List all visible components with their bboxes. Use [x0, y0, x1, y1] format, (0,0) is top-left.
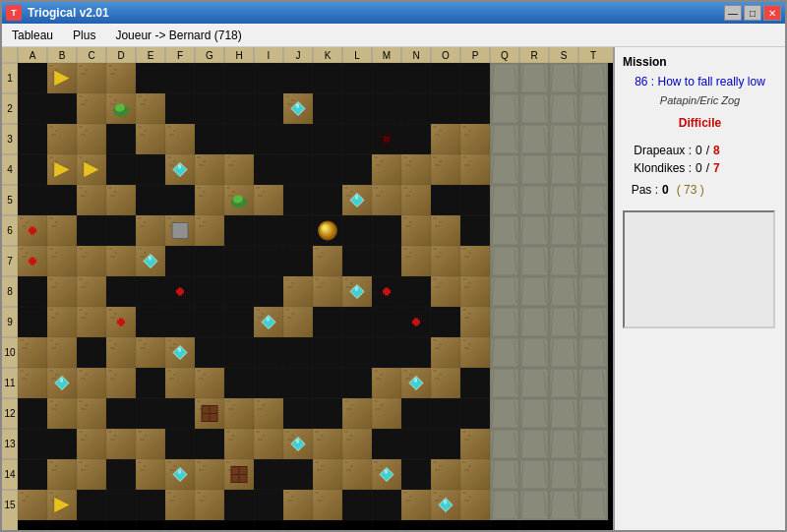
drapeaux-label: Drapeaux : — [623, 144, 692, 157]
right-panel: Mission 86 : How to fall really low Pata… — [613, 47, 785, 530]
main-window: T Triogical v2.01 — □ ✕ Tableau Plus Jou… — [0, 0, 787, 532]
content-area: Mission 86 : How to fall really low Pata… — [2, 47, 785, 530]
klondikes-row: Klondikes : 0 / 7 — [623, 161, 777, 175]
stats-area: Drapeaux : 0 / 8 Klondikes : 0 / 7 Pas :… — [623, 144, 777, 197]
pas-label: Pas : — [623, 183, 658, 197]
menu-tableau[interactable]: Tableau — [6, 27, 59, 44]
maximize-button[interactable]: □ — [744, 5, 761, 21]
drapeaux-current: 0 — [696, 144, 702, 157]
menu-bar: Tableau Plus Joueur -> Bernard (718) — [2, 24, 785, 47]
pas-row: Pas : 0 ( 73 ) — [623, 183, 777, 197]
pas-total: ( 73 ) — [677, 183, 704, 197]
pas-current: 0 — [662, 183, 669, 197]
klondikes-slash: / — [706, 161, 709, 175]
title-bar: T Triogical v2.01 — □ ✕ — [2, 2, 785, 24]
difficulty-label: Difficile — [623, 116, 777, 130]
mission-number: 86 : How to fall really low — [623, 75, 777, 89]
klondikes-label: Klondikes : — [623, 161, 692, 175]
window-title: Triogical v2.01 — [28, 6, 109, 20]
preview-box — [623, 210, 775, 328]
menu-plus[interactable]: Plus — [67, 27, 101, 44]
drapeaux-row: Drapeaux : 0 / 8 — [623, 144, 777, 157]
mission-author: Patapin/Eric Zog — [623, 94, 777, 106]
drapeaux-max: 8 — [713, 144, 720, 157]
klondikes-current: 0 — [696, 161, 702, 175]
window-controls: — □ ✕ — [724, 5, 781, 21]
menu-joueur[interactable]: Joueur -> Bernard (718) — [109, 27, 247, 44]
drapeaux-slash: / — [706, 144, 709, 157]
close-button[interactable]: ✕ — [763, 5, 781, 21]
game-canvas[interactable] — [2, 47, 613, 530]
klondikes-max: 7 — [713, 161, 720, 175]
mission-label: Mission — [623, 55, 777, 69]
app-icon: T — [6, 5, 22, 21]
game-canvas-element — [2, 47, 613, 530]
minimize-button[interactable]: — — [724, 5, 742, 21]
